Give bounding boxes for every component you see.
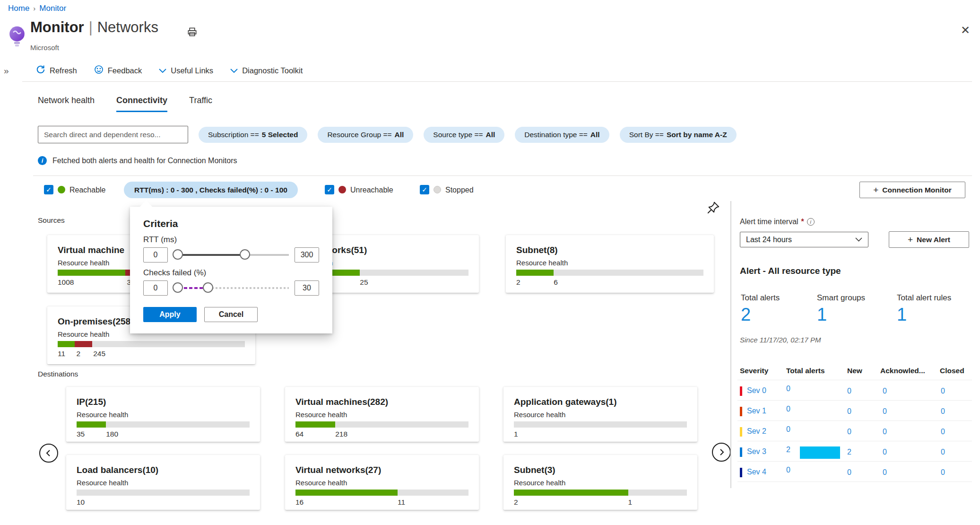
stat-value[interactable]: 1 (897, 305, 951, 325)
carousel-right-arrow[interactable] (712, 443, 731, 462)
cell-acknowledged[interactable]: 0 (883, 468, 887, 477)
cell-closed[interactable]: 0 (941, 448, 945, 456)
info-tooltip-icon[interactable]: i (807, 218, 815, 226)
time-interval-dropdown[interactable]: Last 24 hours (740, 232, 868, 247)
unreachable-checkbox[interactable]: ✓ (325, 185, 334, 194)
rtt-min-input[interactable] (143, 247, 168, 262)
destination-card-virtual-networks[interactable]: Virtual networks(27) Resource health 16 … (285, 455, 479, 510)
checks-min-input[interactable] (143, 280, 168, 296)
feedback-label: Feedback (108, 66, 142, 75)
bar-segment-unknown (77, 490, 250, 496)
cell-total[interactable]: 0 (786, 405, 790, 413)
cell-new[interactable]: 0 (847, 428, 851, 436)
panel-divider (730, 201, 731, 488)
collapse-chevrons[interactable]: » (4, 66, 9, 76)
bar-segment-healthy (514, 490, 628, 496)
stat-value[interactable]: 1 (817, 305, 865, 325)
col-header-severity[interactable]: Severity (740, 367, 768, 375)
connection-monitor-button[interactable]: + Connection Monitor (859, 182, 965, 198)
criteria-pill[interactable]: RTT(ms) : 0 - 300 , Checks failed(%) : 0… (124, 182, 298, 198)
refresh-icon (36, 65, 45, 76)
cell-new[interactable]: 0 (847, 387, 851, 395)
reachable-checkbox[interactable]: ✓ (44, 185, 53, 194)
close-icon[interactable]: ✕ (961, 25, 970, 36)
tab-network-health[interactable]: Network health (38, 96, 95, 112)
tab-connectivity[interactable]: Connectivity (116, 96, 167, 112)
severity-link[interactable]: Sev 0 (747, 386, 766, 394)
cell-total[interactable]: 2 (786, 446, 790, 454)
breadcrumb-monitor[interactable]: Monitor (39, 4, 66, 13)
destination-card-application-gateways[interactable]: Application gateways(1) Resource health … (503, 387, 697, 442)
severity-link[interactable]: Sev 4 (747, 468, 766, 476)
card-title: Subnet(8) (516, 245, 703, 255)
cell-closed[interactable]: 0 (941, 407, 945, 416)
filter-pill-sort-by[interactable]: Sort By ==Sort by name A-Z (620, 127, 737, 143)
cell-acknowledged[interactable]: 0 (883, 448, 887, 456)
apply-button[interactable]: Apply (143, 307, 197, 322)
destination-card-virtual-machines[interactable]: Virtual machines(282) Resource health 64… (285, 387, 479, 442)
severity-link[interactable]: Sev 1 (747, 407, 766, 415)
destination-card-ip[interactable]: IP(215) Resource health 35 180 (66, 387, 260, 442)
filter-pill-source-type[interactable]: Source type ==All (424, 127, 504, 143)
breadcrumb-home[interactable]: Home (8, 4, 29, 13)
col-header-new[interactable]: New (847, 367, 862, 375)
stopped-checkbox[interactable]: ✓ (420, 185, 429, 194)
reachable-label: Reachable (69, 186, 106, 194)
sev3-total-bar (800, 446, 840, 459)
rtt-max-input[interactable] (295, 247, 319, 262)
cell-acknowledged[interactable]: 0 (883, 428, 887, 436)
cell-total[interactable]: 0 (786, 466, 790, 474)
filter-pill-destination-type[interactable]: Destination type ==All (515, 127, 609, 143)
cancel-button[interactable]: Cancel (204, 307, 258, 322)
useful-links-menu[interactable]: Useful Links (159, 66, 213, 75)
cell-total[interactable]: 0 (786, 385, 790, 393)
filter-pill-subscription[interactable]: Subscription ==5 Selected (199, 127, 307, 143)
col-header-total-alerts[interactable]: Total alerts (786, 367, 825, 375)
health-bar (295, 490, 468, 496)
severity-link[interactable]: Sev 2 (747, 427, 766, 435)
checks-track-rest (208, 287, 289, 289)
col-header-closed[interactable]: Closed (940, 367, 964, 375)
col-header-acknowledged[interactable]: Acknowled... (880, 367, 925, 375)
cell-closed[interactable]: 0 (941, 428, 945, 436)
rtt-handle-max[interactable] (240, 249, 250, 260)
cell-total[interactable]: 0 (786, 425, 790, 434)
checks-max-input[interactable] (295, 280, 319, 296)
pin-icon[interactable] (706, 201, 720, 217)
chevron-down-icon (159, 66, 166, 75)
rtt-handle-min[interactable] (173, 249, 183, 260)
refresh-label: Refresh (50, 66, 77, 75)
cell-acknowledged[interactable]: 0 (883, 407, 887, 416)
card-title: Load balancers(10) (77, 465, 250, 475)
checks-handle-min[interactable] (173, 282, 183, 293)
card-resource-health-label: Resource health (77, 411, 250, 419)
carousel-left-arrow[interactable] (39, 444, 58, 463)
checks-handle-max[interactable] (203, 282, 213, 293)
cell-new[interactable]: 2 (847, 448, 851, 456)
destination-card-load-balancers[interactable]: Load balancers(10) Resource health 10 (66, 455, 260, 510)
cell-new[interactable]: 0 (847, 407, 851, 416)
useful-links-label: Useful Links (171, 66, 213, 75)
cell-closed[interactable]: 0 (941, 468, 945, 477)
feedback-button[interactable]: Feedback (94, 65, 142, 76)
rtt-slider[interactable] (173, 247, 289, 262)
cell-acknowledged[interactable]: 0 (883, 387, 887, 395)
stat-value[interactable]: 2 (741, 305, 780, 325)
health-bar (295, 421, 468, 428)
destination-card-subnet[interactable]: Subnet(3) Resource health 2 1 (503, 455, 697, 510)
filter-pill-resource-group[interactable]: Resource Group ==All (318, 127, 413, 143)
source-card-subnet[interactable]: Subnet(8) Resource health 2 6 (506, 235, 714, 293)
tab-traffic[interactable]: Traffic (189, 96, 212, 112)
printer-icon[interactable] (187, 26, 198, 39)
cell-closed[interactable]: 0 (941, 387, 945, 395)
diagnostic-toolkit-menu[interactable]: Diagnostic Toolkit (230, 66, 303, 75)
health-value: 11 (398, 498, 405, 507)
health-value: 245 (93, 350, 105, 358)
new-alert-button[interactable]: + New Alert (889, 231, 969, 248)
search-input[interactable] (38, 126, 188, 143)
severity-link[interactable]: Sev 3 (747, 447, 766, 455)
health-value: 1 (514, 430, 518, 438)
refresh-button[interactable]: Refresh (36, 65, 77, 76)
checks-slider[interactable] (173, 280, 289, 296)
cell-new[interactable]: 0 (847, 468, 851, 477)
